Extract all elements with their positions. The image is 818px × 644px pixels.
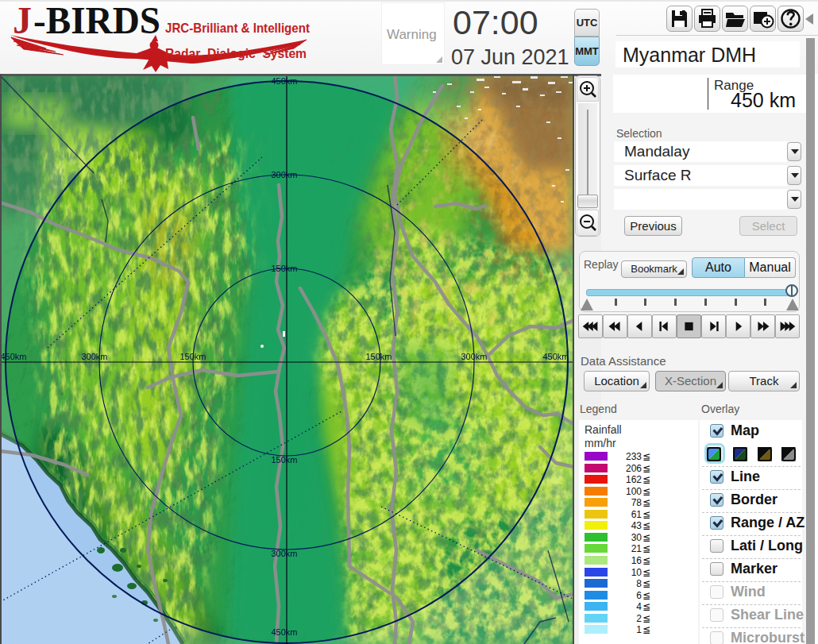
- svg-text:450km: 450km: [0, 352, 26, 361]
- svg-text:300km: 300km: [461, 352, 487, 361]
- svg-text:300km: 300km: [271, 170, 297, 179]
- svg-text:150km: 150km: [271, 455, 297, 465]
- svg-text:150km: 150km: [271, 264, 297, 273]
- svg-text:-BIRDS: -BIRDS: [33, 0, 160, 41]
- svg-text:Radar Dialogic System: Radar Dialogic System: [165, 46, 307, 61]
- svg-text:J: J: [13, 0, 32, 41]
- svg-text:150km: 150km: [365, 352, 392, 361]
- svg-text:450km: 450km: [271, 627, 297, 637]
- svg-text:450km: 450km: [271, 76, 297, 86]
- svg-text:JRC-Brilliant & Intelligent: JRC-Brilliant & Intelligent: [165, 21, 310, 36]
- svg-text:300km: 300km: [81, 352, 107, 361]
- svg-text:300km: 300km: [271, 549, 297, 558]
- svg-text:150km: 150km: [179, 352, 206, 361]
- svg-text:450km: 450km: [542, 352, 569, 361]
